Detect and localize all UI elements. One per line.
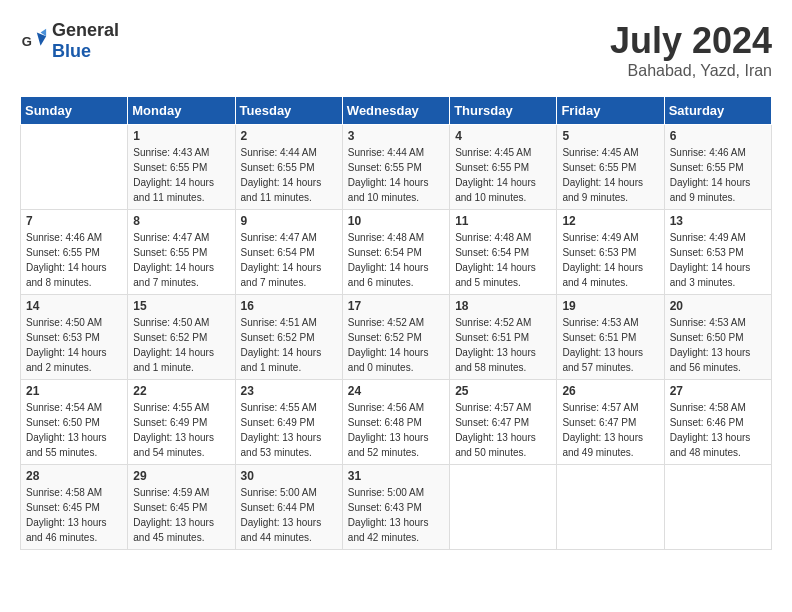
day-detail: Sunrise: 4:53 AMSunset: 6:50 PMDaylight:… [670,317,751,373]
day-number: 3 [348,129,444,143]
day-number: 11 [455,214,551,228]
calendar-body: 1 Sunrise: 4:43 AMSunset: 6:55 PMDayligh… [21,125,772,550]
day-number: 5 [562,129,658,143]
calendar-cell: 19 Sunrise: 4:53 AMSunset: 6:51 PMDaylig… [557,295,664,380]
day-number: 16 [241,299,337,313]
calendar-cell: 30 Sunrise: 5:00 AMSunset: 6:44 PMDaylig… [235,465,342,550]
day-header-tuesday: Tuesday [235,97,342,125]
calendar-cell: 24 Sunrise: 4:56 AMSunset: 6:48 PMDaylig… [342,380,449,465]
title-area: July 2024 Bahabad, Yazd, Iran [610,20,772,80]
day-number: 22 [133,384,229,398]
day-detail: Sunrise: 4:52 AMSunset: 6:52 PMDaylight:… [348,317,429,373]
day-header-saturday: Saturday [664,97,771,125]
day-number: 10 [348,214,444,228]
calendar-cell [21,125,128,210]
day-number: 20 [670,299,766,313]
calendar-cell: 28 Sunrise: 4:58 AMSunset: 6:45 PMDaylig… [21,465,128,550]
day-number: 2 [241,129,337,143]
day-number: 23 [241,384,337,398]
calendar-cell: 6 Sunrise: 4:46 AMSunset: 6:55 PMDayligh… [664,125,771,210]
day-number: 7 [26,214,122,228]
day-detail: Sunrise: 4:57 AMSunset: 6:47 PMDaylight:… [562,402,643,458]
day-detail: Sunrise: 5:00 AMSunset: 6:43 PMDaylight:… [348,487,429,543]
day-number: 15 [133,299,229,313]
calendar-cell: 14 Sunrise: 4:50 AMSunset: 6:53 PMDaylig… [21,295,128,380]
day-detail: Sunrise: 4:55 AMSunset: 6:49 PMDaylight:… [241,402,322,458]
day-detail: Sunrise: 4:45 AMSunset: 6:55 PMDaylight:… [455,147,536,203]
week-row-3: 14 Sunrise: 4:50 AMSunset: 6:53 PMDaylig… [21,295,772,380]
day-detail: Sunrise: 4:54 AMSunset: 6:50 PMDaylight:… [26,402,107,458]
day-header-wednesday: Wednesday [342,97,449,125]
calendar-cell: 22 Sunrise: 4:55 AMSunset: 6:49 PMDaylig… [128,380,235,465]
day-number: 13 [670,214,766,228]
calendar-cell: 15 Sunrise: 4:50 AMSunset: 6:52 PMDaylig… [128,295,235,380]
calendar-cell: 23 Sunrise: 4:55 AMSunset: 6:49 PMDaylig… [235,380,342,465]
day-detail: Sunrise: 4:58 AMSunset: 6:45 PMDaylight:… [26,487,107,543]
day-number: 25 [455,384,551,398]
day-number: 28 [26,469,122,483]
calendar-cell: 4 Sunrise: 4:45 AMSunset: 6:55 PMDayligh… [450,125,557,210]
calendar-cell: 29 Sunrise: 4:59 AMSunset: 6:45 PMDaylig… [128,465,235,550]
logo-general: General [52,20,119,40]
svg-text:G: G [22,34,32,49]
day-detail: Sunrise: 4:49 AMSunset: 6:53 PMDaylight:… [562,232,643,288]
day-detail: Sunrise: 4:44 AMSunset: 6:55 PMDaylight:… [241,147,322,203]
month-title: July 2024 [610,20,772,62]
day-number: 19 [562,299,658,313]
day-header-thursday: Thursday [450,97,557,125]
calendar-cell [450,465,557,550]
day-detail: Sunrise: 4:53 AMSunset: 6:51 PMDaylight:… [562,317,643,373]
calendar-cell: 20 Sunrise: 4:53 AMSunset: 6:50 PMDaylig… [664,295,771,380]
day-header-sunday: Sunday [21,97,128,125]
day-detail: Sunrise: 4:47 AMSunset: 6:55 PMDaylight:… [133,232,214,288]
day-number: 9 [241,214,337,228]
day-detail: Sunrise: 4:52 AMSunset: 6:51 PMDaylight:… [455,317,536,373]
calendar-cell: 2 Sunrise: 4:44 AMSunset: 6:55 PMDayligh… [235,125,342,210]
week-row-2: 7 Sunrise: 4:46 AMSunset: 6:55 PMDayligh… [21,210,772,295]
day-header-friday: Friday [557,97,664,125]
day-number: 27 [670,384,766,398]
day-number: 1 [133,129,229,143]
day-detail: Sunrise: 4:59 AMSunset: 6:45 PMDaylight:… [133,487,214,543]
calendar-cell: 18 Sunrise: 4:52 AMSunset: 6:51 PMDaylig… [450,295,557,380]
calendar-cell: 16 Sunrise: 4:51 AMSunset: 6:52 PMDaylig… [235,295,342,380]
day-detail: Sunrise: 4:58 AMSunset: 6:46 PMDaylight:… [670,402,751,458]
logo-blue: Blue [52,41,91,61]
header: G General Blue July 2024 Bahabad, Yazd, … [20,20,772,80]
day-number: 18 [455,299,551,313]
calendar-table: SundayMondayTuesdayWednesdayThursdayFrid… [20,96,772,550]
calendar-header-row: SundayMondayTuesdayWednesdayThursdayFrid… [21,97,772,125]
day-detail: Sunrise: 4:46 AMSunset: 6:55 PMDaylight:… [26,232,107,288]
day-number: 4 [455,129,551,143]
day-number: 6 [670,129,766,143]
day-detail: Sunrise: 4:50 AMSunset: 6:52 PMDaylight:… [133,317,214,373]
day-number: 30 [241,469,337,483]
day-detail: Sunrise: 4:47 AMSunset: 6:54 PMDaylight:… [241,232,322,288]
day-number: 31 [348,469,444,483]
day-number: 12 [562,214,658,228]
calendar-cell: 3 Sunrise: 4:44 AMSunset: 6:55 PMDayligh… [342,125,449,210]
day-number: 29 [133,469,229,483]
calendar-cell [557,465,664,550]
calendar-cell: 13 Sunrise: 4:49 AMSunset: 6:53 PMDaylig… [664,210,771,295]
week-row-1: 1 Sunrise: 4:43 AMSunset: 6:55 PMDayligh… [21,125,772,210]
calendar-cell: 25 Sunrise: 4:57 AMSunset: 6:47 PMDaylig… [450,380,557,465]
day-detail: Sunrise: 4:48 AMSunset: 6:54 PMDaylight:… [455,232,536,288]
calendar-cell: 7 Sunrise: 4:46 AMSunset: 6:55 PMDayligh… [21,210,128,295]
day-number: 21 [26,384,122,398]
logo: G General Blue [20,20,119,62]
day-detail: Sunrise: 4:51 AMSunset: 6:52 PMDaylight:… [241,317,322,373]
location-title: Bahabad, Yazd, Iran [610,62,772,80]
day-detail: Sunrise: 5:00 AMSunset: 6:44 PMDaylight:… [241,487,322,543]
calendar-cell: 8 Sunrise: 4:47 AMSunset: 6:55 PMDayligh… [128,210,235,295]
calendar-cell: 26 Sunrise: 4:57 AMSunset: 6:47 PMDaylig… [557,380,664,465]
calendar-cell [664,465,771,550]
calendar-cell: 1 Sunrise: 4:43 AMSunset: 6:55 PMDayligh… [128,125,235,210]
calendar-cell: 17 Sunrise: 4:52 AMSunset: 6:52 PMDaylig… [342,295,449,380]
day-number: 14 [26,299,122,313]
day-detail: Sunrise: 4:46 AMSunset: 6:55 PMDaylight:… [670,147,751,203]
week-row-5: 28 Sunrise: 4:58 AMSunset: 6:45 PMDaylig… [21,465,772,550]
week-row-4: 21 Sunrise: 4:54 AMSunset: 6:50 PMDaylig… [21,380,772,465]
calendar-cell: 31 Sunrise: 5:00 AMSunset: 6:43 PMDaylig… [342,465,449,550]
day-detail: Sunrise: 4:55 AMSunset: 6:49 PMDaylight:… [133,402,214,458]
